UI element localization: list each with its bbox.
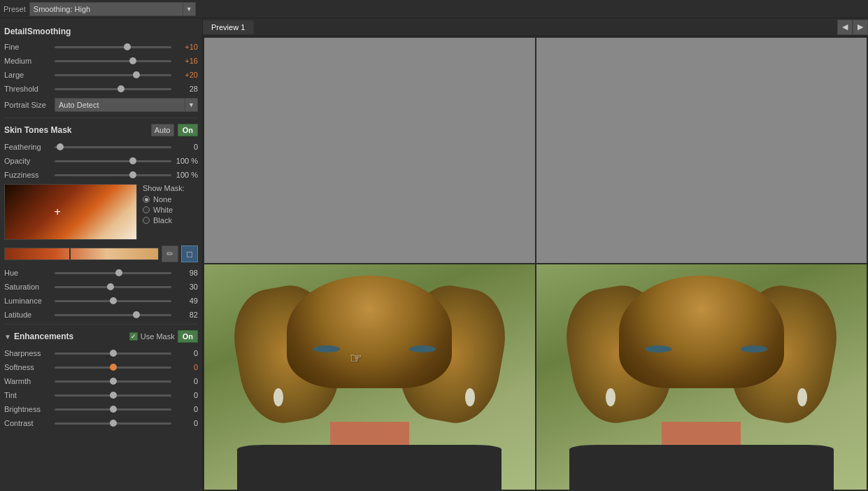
threshold-slider-row: Threshold 28: [4, 84, 198, 94]
radio-black-circle[interactable]: [143, 217, 150, 224]
radio-black[interactable]: Black: [143, 216, 185, 225]
saturation-slider-track[interactable]: [55, 282, 171, 292]
preview-images: ☞: [203, 36, 868, 491]
feathering-thumb[interactable]: [57, 143, 64, 150]
tint-slider-row: Tint 0: [4, 390, 198, 400]
radio-white-circle[interactable]: [143, 206, 150, 213]
sharpness-slider-row: Sharpness 0: [4, 348, 198, 358]
contrast-slider-row: Contrast 0: [4, 418, 198, 428]
hue-value: 98: [171, 269, 198, 277]
feathering-slider-track[interactable]: [55, 142, 171, 152]
preview-cell-bottom-left[interactable]: ☞: [204, 264, 535, 490]
radio-none-circle[interactable]: [143, 196, 150, 203]
picker-remove-button[interactable]: ◻: [181, 246, 198, 262]
preview-nav: ◀ ▶: [837, 20, 868, 35]
preset-select[interactable]: Smoothing: High: [29, 2, 183, 16]
preview-cell-top-left[interactable]: [204, 38, 535, 263]
threshold-label: Threshold: [4, 85, 55, 93]
luminance-thumb[interactable]: [110, 297, 117, 304]
color-swatch-plus: +: [55, 206, 61, 218]
contrast-slider-track[interactable]: [55, 418, 171, 428]
preview-tab-1[interactable]: Preview 1: [203, 20, 254, 34]
latitude-thumb[interactable]: [133, 311, 140, 318]
preview-cell-bottom-right[interactable]: [536, 264, 867, 490]
color-swatch[interactable]: +: [4, 184, 137, 240]
sharpness-thumb[interactable]: [110, 350, 117, 357]
picker-add-button[interactable]: ✏: [162, 246, 178, 262]
enhancements-header: ▼ Enhancements ✓ Use Mask On: [4, 330, 198, 343]
tint-thumb[interactable]: [110, 392, 117, 399]
hue-label: Hue: [4, 269, 55, 277]
saturation-thumb[interactable]: [107, 283, 114, 290]
warmth-slider-row: Warmth 0: [4, 376, 198, 386]
luminance-value: 49: [171, 297, 198, 305]
contrast-thumb[interactable]: [110, 420, 117, 427]
portrait-select-arrow[interactable]: ▼: [185, 98, 198, 112]
large-thumb[interactable]: [133, 71, 140, 78]
preset-label: Preset: [3, 5, 26, 13]
saturation-value: 30: [171, 283, 198, 291]
threshold-value: 28: [171, 85, 198, 93]
threshold-thumb[interactable]: [118, 85, 124, 92]
preview-tabs: Preview 1 ◀ ▶: [203, 18, 868, 36]
hue-thumb[interactable]: [115, 269, 122, 276]
auto-select[interactable]: Auto: [151, 124, 174, 136]
fine-slider-row: Fine +10: [4, 42, 198, 52]
sharpness-label: Sharpness: [4, 349, 55, 357]
opacity-slider-track[interactable]: [55, 156, 171, 166]
opacity-thumb[interactable]: [129, 157, 136, 164]
brightness-slider-track[interactable]: [55, 404, 171, 414]
radio-white[interactable]: White: [143, 206, 185, 214]
warmth-value: 0: [171, 377, 198, 385]
sharpness-value: 0: [171, 349, 198, 357]
skin-mask-on-button[interactable]: On: [178, 124, 198, 136]
portrait-size-label: Portrait Size: [4, 101, 55, 109]
brightness-value: 0: [171, 405, 198, 413]
radio-white-label: White: [153, 206, 173, 214]
radio-none-label: None: [153, 195, 171, 204]
medium-slider-row: Medium +16: [4, 56, 198, 66]
medium-label: Medium: [4, 57, 55, 65]
preview-panel: Preview 1 ◀ ▶: [203, 18, 868, 491]
nav-right-button[interactable]: ▶: [853, 20, 868, 35]
collapse-icon[interactable]: ▼: [4, 333, 11, 341]
radio-none[interactable]: None: [143, 195, 185, 204]
fuzziness-thumb[interactable]: [129, 171, 136, 178]
preview-cell-top-right[interactable]: [536, 38, 867, 263]
tint-slider-track[interactable]: [55, 390, 171, 400]
fuzziness-slider-track[interactable]: [55, 170, 171, 180]
left-panel: DetailSmoothing Fine +10 Medium: [0, 18, 203, 491]
luminance-slider-track[interactable]: [55, 296, 171, 306]
brightness-thumb[interactable]: [110, 406, 117, 413]
skin-tones-mask-title: Skin Tones Mask: [4, 125, 151, 135]
nav-left-button[interactable]: ◀: [837, 20, 853, 35]
app-container: Preset Smoothing: High ▼ DetailSmoothing…: [0, 0, 868, 491]
preset-dropdown-arrow[interactable]: ▼: [183, 2, 196, 16]
use-mask-checkbox-wrap[interactable]: ✓: [129, 332, 138, 341]
enhancements-on-button[interactable]: On: [178, 330, 198, 343]
medium-slider-track[interactable]: [55, 56, 171, 66]
warmth-slider-track[interactable]: [55, 376, 171, 386]
fuzziness-value: 100 %: [171, 171, 198, 179]
use-mask-checkbox[interactable]: ✓: [129, 332, 138, 341]
divider-1: [4, 118, 198, 118]
sharpness-slider-track[interactable]: [55, 348, 171, 358]
softness-thumb[interactable]: [110, 364, 117, 371]
large-slider-track[interactable]: [55, 70, 171, 80]
fine-thumb[interactable]: [124, 43, 131, 50]
fine-slider-track[interactable]: [55, 42, 171, 52]
preset-bar: Preset Smoothing: High ▼: [0, 0, 868, 18]
tint-label: Tint: [4, 391, 55, 399]
warmth-thumb[interactable]: [110, 378, 117, 385]
contrast-label: Contrast: [4, 419, 55, 427]
medium-thumb[interactable]: [129, 57, 136, 64]
portrait-size-select[interactable]: Auto Detect: [55, 98, 185, 112]
fuzziness-label: Fuzziness: [4, 171, 55, 179]
softness-slider-track[interactable]: [55, 362, 171, 372]
enhancements-title: Enhancements: [14, 332, 129, 341]
threshold-slider-track[interactable]: [55, 84, 171, 94]
hue-slider-track[interactable]: [55, 268, 171, 278]
color-bar[interactable]: [4, 248, 159, 260]
latitude-slider-track[interactable]: [55, 310, 171, 320]
portrait-size-row: Portrait Size Auto Detect ▼: [4, 98, 198, 112]
